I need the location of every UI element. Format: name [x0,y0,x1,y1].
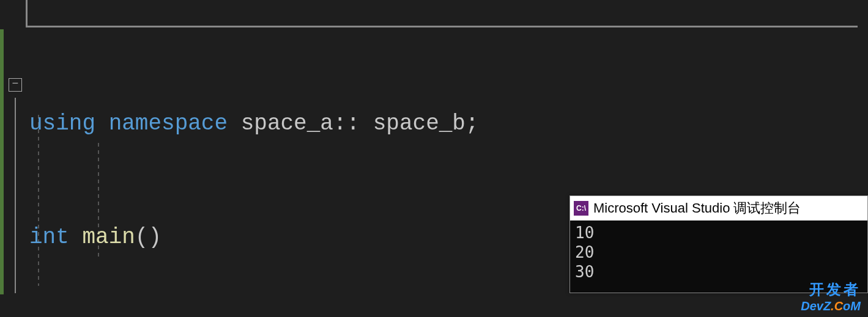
keyword-int: int [29,225,69,250]
console-output-line: 20 [575,242,862,262]
watermark-chinese: 开发者 [801,280,861,299]
watermark-english: DevZ.CoM [801,299,861,313]
console-icon: C:\ [574,201,588,216]
console-title: Microsoft Visual Studio 调试控制台 [593,199,801,217]
code-line[interactable]: using namespace space_a:: space_b; [29,105,479,143]
fold-toggle-icon[interactable]: − [9,78,22,92]
debug-console-window[interactable]: C:\ Microsoft Visual Studio 调试控制台 10 20 … [569,195,868,293]
identifier: space_b [373,111,466,136]
keyword-namespace: namespace [109,111,228,136]
scope-operator: :: [333,111,360,136]
watermark: 开发者 DevZ.CoM [801,280,861,313]
console-title-bar[interactable]: C:\ Microsoft Visual Studio 调试控制台 [570,196,867,220]
function-name: main [82,225,135,250]
code-area[interactable]: using namespace space_a:: space_b; int m… [29,29,479,317]
identifier: space_a [241,111,333,136]
console-output-line: 30 [575,262,862,282]
semicolon: ; [466,111,479,136]
fold-scope-line [15,98,16,293]
previous-block-outline [26,0,858,27]
keyword-using: using [29,111,95,136]
parentheses: () [135,225,161,250]
console-output-line: 10 [575,223,862,242]
gutter: − [0,0,26,317]
code-editor: − using namespace space_a:: space_b; int… [0,0,868,317]
code-line[interactable]: int main() [29,219,479,257]
